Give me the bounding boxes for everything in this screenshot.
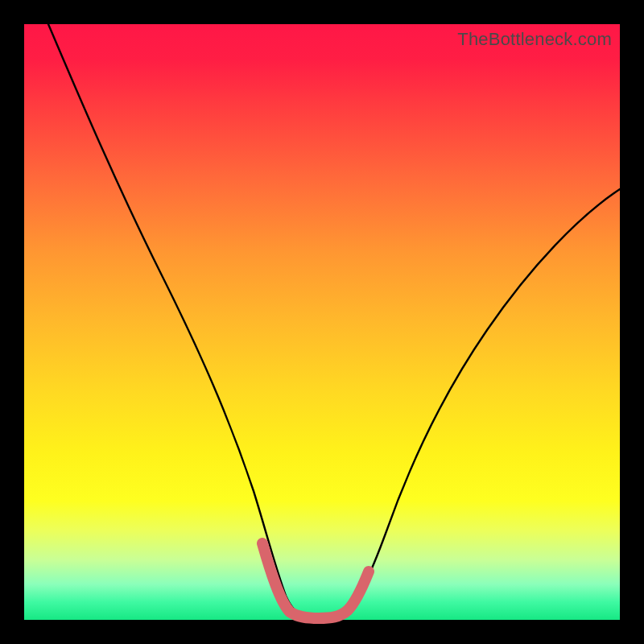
chart-frame: TheBottleneck.com	[0, 0, 644, 644]
plot-area: TheBottleneck.com	[24, 24, 620, 620]
bottleneck-curve	[48, 24, 620, 617]
curve-layer	[24, 24, 620, 620]
valley-highlight	[262, 543, 369, 618]
